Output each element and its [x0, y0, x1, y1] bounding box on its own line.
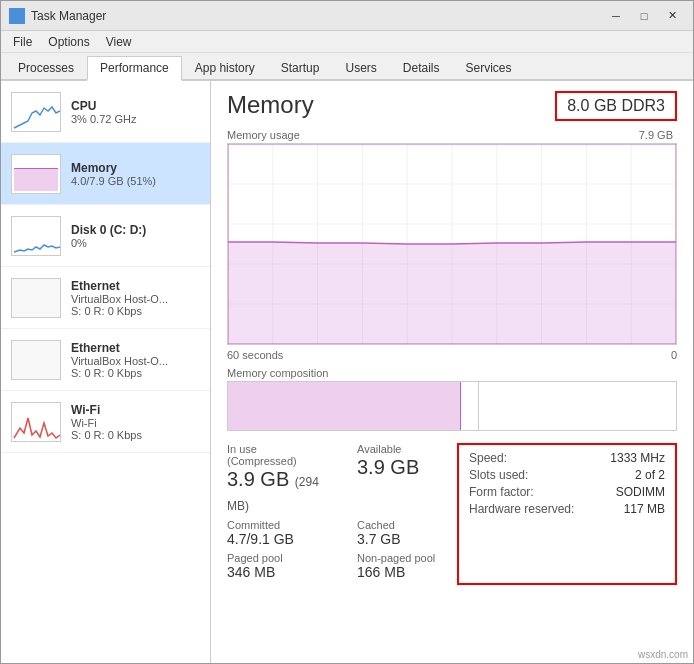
tab-startup[interactable]: Startup — [268, 56, 333, 79]
hw-reserved-key: Hardware reserved: — [469, 502, 574, 516]
close-button[interactable]: ✕ — [659, 6, 685, 26]
memory-label: Memory — [71, 161, 200, 175]
cpu-info: CPU 3% 0.72 GHz — [71, 99, 200, 125]
speed-value: 1333 MHz — [610, 451, 665, 465]
stats-left: In use (Compressed) 3.9 GB (294 MB) Avai… — [227, 443, 457, 585]
wifi-detail2: S: 0 R: 0 Kbps — [71, 429, 200, 441]
tab-processes[interactable]: Processes — [5, 56, 87, 79]
hw-reserved-row: Hardware reserved: 117 MB — [469, 502, 665, 516]
watermark: wsxdn.com — [638, 649, 688, 660]
title-bar: Task Manager ─ □ ✕ — [1, 1, 693, 31]
wifi-detail1: Wi-Fi — [71, 417, 200, 429]
available-label: Available — [357, 443, 457, 455]
svg-rect-0 — [11, 10, 16, 15]
in-use-block: In use (Compressed) 3.9 GB (294 MB) — [227, 443, 327, 515]
svg-marker-17 — [228, 242, 676, 344]
sidebar-item-wifi[interactable]: Wi-Fi Wi-Fi S: 0 R: 0 Kbps — [1, 391, 210, 453]
ethernet2-thumbnail — [11, 340, 61, 380]
comp-modified — [461, 382, 479, 430]
time-right-label: 0 — [671, 349, 677, 361]
disk-label: Disk 0 (C: D:) — [71, 223, 200, 237]
menu-bar: File Options View — [1, 31, 693, 53]
sidebar-item-memory[interactable]: Memory 4.0/7.9 GB (51%) — [1, 143, 210, 205]
in-use-value: 3.9 GB (294 MB) — [227, 467, 327, 515]
main-panel: Memory 8.0 GB DDR3 7.9 GB Memory usage — [211, 81, 693, 663]
stat-row-3: Paged pool 346 MB Non-paged pool 166 MB — [227, 552, 457, 581]
available-value: 3.9 GB — [357, 455, 457, 479]
memory-thumbnail — [11, 154, 61, 194]
cached-label: Cached — [357, 519, 457, 531]
ethernet1-label: Ethernet — [71, 279, 200, 293]
menu-options[interactable]: Options — [40, 33, 97, 51]
stat-row-2: Committed 4.7/9.1 GB Cached 3.7 GB — [227, 519, 457, 548]
tab-users[interactable]: Users — [332, 56, 389, 79]
disk-info: Disk 0 (C: D:) 0% — [71, 223, 200, 249]
form-key: Form factor: — [469, 485, 534, 499]
tab-bar: Processes Performance App history Startu… — [1, 53, 693, 81]
memory-type-badge: 8.0 GB DDR3 — [555, 91, 677, 121]
time-left-label: 60 seconds — [227, 349, 283, 361]
stats-area: In use (Compressed) 3.9 GB (294 MB) Avai… — [227, 443, 677, 585]
minimize-button[interactable]: ─ — [603, 6, 629, 26]
window-title: Task Manager — [31, 9, 603, 23]
svg-rect-2 — [11, 17, 16, 22]
in-use-label: In use (Compressed) — [227, 443, 327, 467]
stat-row-1: In use (Compressed) 3.9 GB (294 MB) Avai… — [227, 443, 457, 515]
paged-pool-label: Paged pool — [227, 552, 327, 564]
hw-reserved-value: 117 MB — [624, 502, 665, 516]
stats-right: Speed: 1333 MHz Slots used: 2 of 2 Form … — [457, 443, 677, 585]
chart-label: 7.9 GB Memory usage — [227, 129, 677, 141]
cpu-thumbnail — [11, 92, 61, 132]
maximize-button[interactable]: □ — [631, 6, 657, 26]
committed-label: Committed — [227, 519, 327, 531]
form-row: Form factor: SODIMM — [469, 485, 665, 499]
memory-info: Memory 4.0/7.9 GB (51%) — [71, 161, 200, 187]
form-value: SODIMM — [616, 485, 665, 499]
chart-area — [228, 144, 676, 344]
sidebar-item-ethernet1[interactable]: Ethernet VirtualBox Host-O... S: 0 R: 0 … — [1, 267, 210, 329]
ethernet2-detail1: VirtualBox Host-O... — [71, 355, 200, 367]
tab-performance[interactable]: Performance — [87, 56, 182, 81]
content-area: CPU 3% 0.72 GHz Memory 4.0/7.9 GB (51%) — [1, 81, 693, 663]
menu-view[interactable]: View — [98, 33, 140, 51]
disk-thumbnail — [11, 216, 61, 256]
committed-value: 4.7/9.1 GB — [227, 531, 327, 548]
slots-value: 2 of 2 — [635, 468, 665, 482]
svg-rect-1 — [18, 10, 23, 15]
ethernet1-detail1: VirtualBox Host-O... — [71, 293, 200, 305]
cpu-detail: 3% 0.72 GHz — [71, 113, 200, 125]
cached-block: Cached 3.7 GB — [357, 519, 457, 548]
window-controls: ─ □ ✕ — [603, 6, 685, 26]
slots-row: Slots used: 2 of 2 — [469, 468, 665, 482]
composition-chart — [227, 381, 677, 431]
speed-key: Speed: — [469, 451, 507, 465]
main-title: Memory — [227, 91, 314, 119]
sidebar-item-ethernet2[interactable]: Ethernet VirtualBox Host-O... S: 0 R: 0 … — [1, 329, 210, 391]
app-icon — [9, 8, 25, 24]
ethernet2-info: Ethernet VirtualBox Host-O... S: 0 R: 0 … — [71, 341, 200, 379]
paged-pool-value: 346 MB — [227, 564, 327, 581]
disk-detail: 0% — [71, 237, 200, 249]
wifi-thumbnail — [11, 402, 61, 442]
memory-detail: 4.0/7.9 GB (51%) — [71, 175, 200, 187]
committed-block: Committed 4.7/9.1 GB — [227, 519, 327, 548]
ethernet2-detail2: S: 0 R: 0 Kbps — [71, 367, 200, 379]
paged-pool-block: Paged pool 346 MB — [227, 552, 327, 581]
sidebar: CPU 3% 0.72 GHz Memory 4.0/7.9 GB (51%) — [1, 81, 211, 663]
task-manager-window: Task Manager ─ □ ✕ File Options View Pro… — [0, 0, 694, 664]
non-paged-pool-block: Non-paged pool 166 MB — [357, 552, 457, 581]
ethernet1-info: Ethernet VirtualBox Host-O... S: 0 R: 0 … — [71, 279, 200, 317]
cpu-label: CPU — [71, 99, 200, 113]
composition-label: Memory composition — [227, 367, 677, 379]
sidebar-item-disk[interactable]: Disk 0 (C: D:) 0% — [1, 205, 210, 267]
chart-time-labels: 60 seconds 0 — [227, 349, 677, 361]
tab-details[interactable]: Details — [390, 56, 453, 79]
tab-services[interactable]: Services — [453, 56, 525, 79]
sidebar-item-cpu[interactable]: CPU 3% 0.72 GHz — [1, 81, 210, 143]
comp-in-use — [228, 382, 461, 430]
cached-value: 3.7 GB — [357, 531, 457, 548]
tab-app-history[interactable]: App history — [182, 56, 268, 79]
comp-standby — [479, 382, 676, 430]
menu-file[interactable]: File — [5, 33, 40, 51]
slots-key: Slots used: — [469, 468, 528, 482]
